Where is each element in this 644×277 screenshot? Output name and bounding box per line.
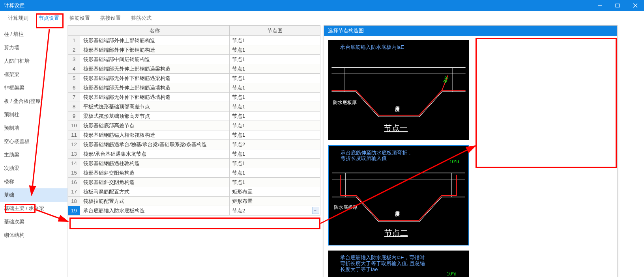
- table-row[interactable]: 5筏形基础端部无外伸下部钢筋遇梁构造节点1: [68, 74, 320, 83]
- tab-1[interactable]: 节点设置: [34, 12, 64, 24]
- maximize-button[interactable]: [608, 0, 626, 11]
- table-row[interactable]: 7筏形基础端部无外伸下部钢筋遇墙构造节点1: [68, 93, 320, 102]
- sidebar-item-11[interactable]: 楼梯: [0, 175, 67, 188]
- value-cell[interactable]: 节点1: [230, 45, 320, 55]
- svg-text:10*d: 10*d: [449, 159, 459, 164]
- value-cell[interactable]: 矩形布置: [230, 187, 320, 197]
- table-row[interactable]: 11筏形基础钢筋锚入相邻筏板构造节点1: [68, 130, 320, 140]
- sidebar-item-2[interactable]: 人防门框墙: [0, 54, 67, 68]
- window-title: 计算设置: [4, 2, 24, 9]
- svg-text:laE: laE: [442, 75, 449, 84]
- tab-0[interactable]: 计算规则: [3, 12, 33, 24]
- table-row[interactable]: 12筏形基础钢筋遇承台/独基/承台梁/基础联系梁/条基构造节点2: [68, 140, 320, 149]
- sidebar-item-1[interactable]: 剪力墙: [0, 41, 67, 54]
- rownum-cell: 2: [68, 45, 80, 55]
- sidebar-item-14[interactable]: 基础次梁: [0, 215, 67, 229]
- value-cell[interactable]: 节点1: [230, 83, 320, 93]
- sidebar-item-6[interactable]: 预制柱: [0, 108, 67, 121]
- diagram-grid: 承台底筋锚入防水底板内laE laE 防水底板厚 承台厚度 节点一 承台底筋伸至…: [324, 36, 617, 277]
- svg-line-24: [356, 197, 379, 222]
- sidebar-item-7[interactable]: 预制墙: [0, 121, 67, 135]
- svg-text:承台底筋伸至防水底板顶弯折，: 承台底筋伸至防水底板顶弯折，: [341, 150, 412, 156]
- sidebar-item-13[interactable]: 基础主梁 / 承台梁: [0, 202, 67, 215]
- titlebar: 计算设置: [0, 0, 644, 11]
- svg-rect-1: [616, 4, 620, 7]
- rownum-cell: 6: [68, 83, 80, 93]
- name-cell: 筏形基础端部外伸下部钢筋构造: [80, 45, 230, 55]
- table-row[interactable]: 1筏形基础端部外伸上部钢筋构造节点1: [68, 36, 320, 45]
- sidebar-item-9[interactable]: 主肋梁: [0, 148, 67, 162]
- table-row[interactable]: 15筏形基础斜交阳角构造节点1: [68, 168, 320, 178]
- table-row[interactable]: 2筏形基础端部外伸下部钢筋构造节点1: [68, 45, 320, 55]
- sidebar-item-8[interactable]: 空心楼盖板: [0, 135, 67, 148]
- rownum-cell: 9: [68, 112, 80, 121]
- table-row[interactable]: 4筏形基础端部无外伸上部钢筋遇梁构造节点1: [68, 64, 320, 74]
- name-cell: 筏板拉筋配置方式: [80, 197, 230, 206]
- svg-text:防水底板厚: 防水底板厚: [333, 100, 357, 105]
- value-cell[interactable]: 节点1: [230, 159, 320, 168]
- tab-4[interactable]: 箍筋公式: [126, 12, 156, 24]
- table-row[interactable]: 18筏板拉筋配置方式矩形布置: [68, 197, 320, 206]
- sidebar-item-0[interactable]: 柱 / 墙柱: [0, 28, 67, 41]
- table-row[interactable]: 9梁板式筏形基础顶部高差节点节点1: [68, 112, 320, 121]
- svg-text:节点二: 节点二: [384, 229, 408, 237]
- value-cell[interactable]: 节点2⋯: [230, 206, 320, 216]
- name-cell: 筏形基础端部中间层钢筋构造: [80, 55, 230, 64]
- minimize-button[interactable]: [591, 0, 608, 11]
- table-row[interactable]: 6筏形基础端部无外伸上部钢筋遇墙构造节点1: [68, 83, 320, 93]
- tab-2[interactable]: 箍筋设置: [65, 12, 95, 24]
- diagram-card-1[interactable]: 承台底筋伸至防水底板顶弯折，弯折长度取所输入值 10*d 防水底板厚 承台厚度 …: [328, 145, 469, 245]
- name-cell: 筏形基础端部无外伸上部钢筋遇梁构造: [80, 64, 230, 74]
- name-cell: 筏形基础钢筋遇承台/独基/承台梁/基础联系梁/条基构造: [80, 140, 230, 149]
- value-cell[interactable]: 节点2: [230, 140, 320, 149]
- th-name: 名称: [80, 26, 230, 36]
- value-cell[interactable]: 节点1: [230, 121, 320, 130]
- diagram-card-0[interactable]: 承台底筋锚入防水底板内laE laE 防水底板厚 承台厚度 节点一: [328, 40, 469, 140]
- rownum-cell: 4: [68, 64, 80, 74]
- value-cell[interactable]: 节点1: [230, 36, 320, 45]
- table-row[interactable]: 14筏形基础钢筋遇柱敦构造节点1: [68, 159, 320, 168]
- sidebar-item-4[interactable]: 非框架梁: [0, 81, 67, 95]
- table-row[interactable]: 16筏形基础斜交阴角构造节点1: [68, 178, 320, 187]
- sidebar-item-15[interactable]: 砌体结构: [0, 229, 67, 242]
- value-cell[interactable]: 节点1: [230, 93, 320, 102]
- svg-line-10: [419, 92, 442, 117]
- svg-text:承台厚度: 承台厚度: [395, 211, 399, 217]
- value-cell[interactable]: 节点1: [230, 178, 320, 187]
- table-row[interactable]: 17筏板马凳筋配置方式矩形布置: [68, 187, 320, 197]
- tab-3[interactable]: 搭接设置: [95, 12, 125, 24]
- name-cell: 梁板式筏形基础顶部高差节点: [80, 112, 230, 121]
- ellipsis-button[interactable]: ⋯: [312, 207, 319, 214]
- name-cell: 平板式筏形基础顶部高差节点: [80, 102, 230, 112]
- value-cell[interactable]: 节点1: [230, 130, 320, 140]
- value-cell[interactable]: 节点1: [230, 74, 320, 83]
- rownum-cell: 5: [68, 74, 80, 83]
- sidebar-item-5[interactable]: 板 / 叠合板(整厚): [0, 95, 67, 108]
- sidebar-item-12[interactable]: 基础: [0, 188, 67, 202]
- diagram-card-2[interactable]: 承台底筋锚入防水底板内laE，弯锚时弯折长度大于等于取所输入值, 且总锚长度大于…: [328, 250, 469, 277]
- value-cell[interactable]: 节点1: [230, 168, 320, 178]
- value-cell[interactable]: 节点1: [230, 112, 320, 121]
- close-button[interactable]: [626, 0, 644, 11]
- table-row[interactable]: 19承台底筋锚入防水底板构造节点2⋯: [68, 206, 320, 216]
- sidebar-item-10[interactable]: 次肋梁: [0, 162, 67, 175]
- rownum-cell: 7: [68, 93, 80, 102]
- value-cell[interactable]: 节点1: [230, 55, 320, 64]
- value-cell[interactable]: 节点1: [230, 102, 320, 112]
- table-row[interactable]: 8平板式筏形基础顶部高差节点节点1: [68, 102, 320, 112]
- sidebar-item-3[interactable]: 框架梁: [0, 68, 67, 81]
- svg-line-9: [356, 92, 379, 117]
- table-row[interactable]: 10筏形基础底部高差节点节点1: [68, 121, 320, 130]
- name-cell: 筏板马凳筋配置方式: [80, 187, 230, 197]
- name-cell: 筏形基础端部外伸上部钢筋构造: [80, 36, 230, 45]
- table-wrap: 名称 节点图 1筏形基础端部外伸上部钢筋构造节点12筏形基础端部外伸下部钢筋构造…: [68, 25, 320, 216]
- value-cell[interactable]: 节点1: [230, 149, 320, 159]
- rownum-cell: 3: [68, 55, 80, 64]
- svg-text:弯折长度大于等于取所输入值, 且总锚: 弯折长度大于等于取所输入值, 且总锚: [340, 260, 425, 266]
- rownum-cell: 11: [68, 130, 80, 140]
- table-row[interactable]: 13筏形/承台基础遇集水坑节点节点1: [68, 149, 320, 159]
- rownum-cell: 17: [68, 187, 80, 197]
- value-cell[interactable]: 节点1: [230, 64, 320, 74]
- table-row[interactable]: 3筏形基础端部中间层钢筋构造节点1: [68, 55, 320, 64]
- value-cell[interactable]: 矩形布置: [230, 197, 320, 206]
